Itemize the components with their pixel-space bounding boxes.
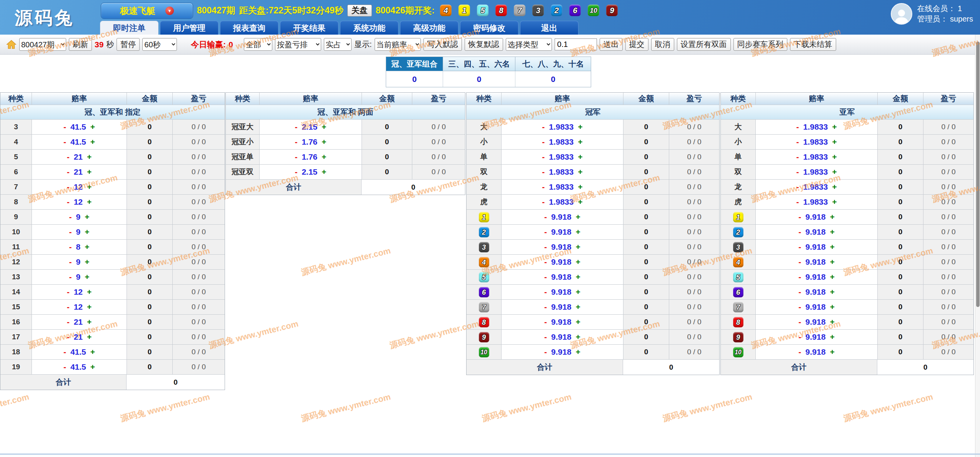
odds-decrease-button[interactable]: - — [69, 212, 72, 222]
odds-decrease-button[interactable]: - — [544, 347, 547, 357]
odds-decrease-button[interactable]: - — [796, 122, 799, 132]
odds-decrease-button[interactable]: - — [542, 197, 545, 207]
sort-select[interactable]: 按盈亏排 — [275, 38, 321, 51]
send-button[interactable]: 送出 — [600, 38, 623, 51]
odds-increase-button[interactable]: + — [87, 182, 92, 192]
odds-increase-button[interactable]: + — [90, 122, 95, 132]
odds-increase-button[interactable]: + — [87, 152, 92, 162]
odds-decrease-button[interactable]: - — [798, 227, 801, 237]
odds-increase-button[interactable]: + — [322, 167, 326, 177]
odds-increase-button[interactable]: + — [87, 302, 92, 312]
odds-increase-button[interactable]: + — [87, 197, 92, 207]
period-select[interactable]: 800427期 — [19, 38, 66, 51]
odds-increase-button[interactable]: + — [576, 332, 580, 342]
pause-button[interactable]: 暂停 — [117, 38, 140, 51]
odds-increase-button[interactable]: + — [832, 137, 837, 147]
odds-increase-button[interactable]: + — [830, 347, 835, 357]
occupy-select[interactable]: 实占 — [324, 38, 352, 51]
odds-decrease-button[interactable]: - — [544, 257, 547, 267]
odds-decrease-button[interactable]: - — [798, 272, 801, 282]
odds-decrease-button[interactable]: - — [798, 287, 801, 297]
odds-decrease-button[interactable]: - — [67, 152, 70, 162]
odds-decrease-button[interactable]: - — [69, 227, 72, 237]
odds-increase-button[interactable]: + — [832, 197, 837, 207]
type-select[interactable]: 选择类型 — [506, 38, 552, 51]
odds-increase-button[interactable]: + — [830, 302, 835, 312]
odds-increase-button[interactable]: + — [830, 212, 835, 222]
odds-increase-button[interactable]: + — [85, 242, 89, 252]
odds-decrease-button[interactable]: - — [63, 122, 66, 132]
odds-decrease-button[interactable]: - — [542, 122, 545, 132]
odds-decrease-button[interactable]: - — [67, 197, 70, 207]
odds-increase-button[interactable]: + — [830, 257, 835, 267]
nav-tab-advanced-functions[interactable]: 高级功能 — [400, 21, 458, 35]
odds-increase-button[interactable]: + — [85, 272, 89, 282]
odds-increase-button[interactable]: + — [322, 152, 326, 162]
odds-decrease-button[interactable]: - — [67, 167, 70, 177]
home-icon[interactable] — [6, 39, 17, 50]
odds-increase-button[interactable]: + — [578, 137, 582, 147]
odds-decrease-button[interactable]: - — [544, 287, 547, 297]
nav-tab-instant-bets[interactable]: 即时注单 — [100, 21, 158, 35]
odds-increase-button[interactable]: + — [87, 167, 92, 177]
odds-increase-button[interactable]: + — [90, 347, 95, 357]
download-unsettled-button[interactable]: 下载未结算 — [790, 38, 836, 51]
odds-increase-button[interactable]: + — [578, 197, 582, 207]
odds-increase-button[interactable]: + — [90, 137, 95, 147]
write-default-button[interactable]: 写入默認 — [423, 38, 462, 51]
odds-decrease-button[interactable]: - — [63, 347, 66, 357]
odds-decrease-button[interactable]: - — [798, 332, 801, 342]
odds-decrease-button[interactable]: - — [542, 167, 545, 177]
cancel-button[interactable]: 取消 — [651, 38, 674, 51]
odds-decrease-button[interactable]: - — [798, 212, 801, 222]
nav-tab-draw-results[interactable]: 开奖结果 — [280, 21, 338, 35]
odds-decrease-button[interactable]: - — [63, 137, 66, 147]
odds-increase-button[interactable]: + — [830, 317, 835, 327]
odds-increase-button[interactable]: + — [87, 332, 92, 342]
odds-decrease-button[interactable]: - — [295, 167, 297, 177]
odds-increase-button[interactable]: + — [576, 257, 580, 267]
odds-increase-button[interactable]: + — [830, 227, 835, 237]
odds-decrease-button[interactable]: - — [798, 347, 801, 357]
odds-decrease-button[interactable]: - — [542, 152, 545, 162]
odds-increase-button[interactable]: + — [90, 362, 95, 372]
nav-tab-change-password[interactable]: 密码修改 — [460, 21, 518, 35]
odds-increase-button[interactable]: + — [832, 152, 837, 162]
odds-decrease-button[interactable]: - — [796, 137, 799, 147]
odds-step-input[interactable] — [555, 38, 597, 50]
odds-decrease-button[interactable]: - — [542, 137, 545, 147]
odds-decrease-button[interactable]: - — [798, 257, 801, 267]
odds-increase-button[interactable]: + — [578, 167, 582, 177]
odds-increase-button[interactable]: + — [832, 167, 837, 177]
odds-increase-button[interactable]: + — [830, 272, 835, 282]
odds-increase-button[interactable]: + — [832, 122, 837, 132]
submit-button[interactable]: 提交 — [625, 38, 648, 51]
odds-increase-button[interactable]: + — [576, 227, 580, 237]
odds-increase-button[interactable]: + — [830, 287, 835, 297]
odds-decrease-button[interactable]: - — [67, 182, 70, 192]
odds-decrease-button[interactable]: - — [542, 182, 545, 192]
nav-tab-logout[interactable]: 退出 — [520, 21, 578, 35]
odds-increase-button[interactable]: + — [576, 317, 580, 327]
odds-increase-button[interactable]: + — [576, 302, 580, 312]
odds-decrease-button[interactable]: - — [544, 272, 547, 282]
odds-decrease-button[interactable]: - — [295, 152, 297, 162]
odds-decrease-button[interactable]: - — [67, 317, 70, 327]
odds-decrease-button[interactable]: - — [798, 242, 801, 252]
refresh-button[interactable]: 刷新 — [69, 38, 92, 51]
odds-decrease-button[interactable]: - — [798, 317, 801, 327]
scrollbar-thumb[interactable] — [976, 42, 980, 307]
close-market-button[interactable]: 关盘 — [347, 5, 372, 17]
filter-all-select[interactable]: 全部 — [244, 38, 272, 51]
vertical-scrollbar[interactable] — [975, 35, 980, 457]
odds-decrease-button[interactable]: - — [67, 332, 70, 342]
odds-decrease-button[interactable]: - — [69, 257, 72, 267]
display-odds-select[interactable]: 当前赔率 — [375, 38, 421, 51]
odds-increase-button[interactable]: + — [576, 242, 580, 252]
odds-increase-button[interactable]: + — [85, 227, 89, 237]
odds-decrease-button[interactable]: - — [796, 167, 799, 177]
odds-decrease-button[interactable]: - — [544, 302, 547, 312]
odds-decrease-button[interactable]: - — [798, 302, 801, 312]
odds-decrease-button[interactable]: - — [295, 137, 297, 147]
odds-increase-button[interactable]: + — [85, 257, 89, 267]
